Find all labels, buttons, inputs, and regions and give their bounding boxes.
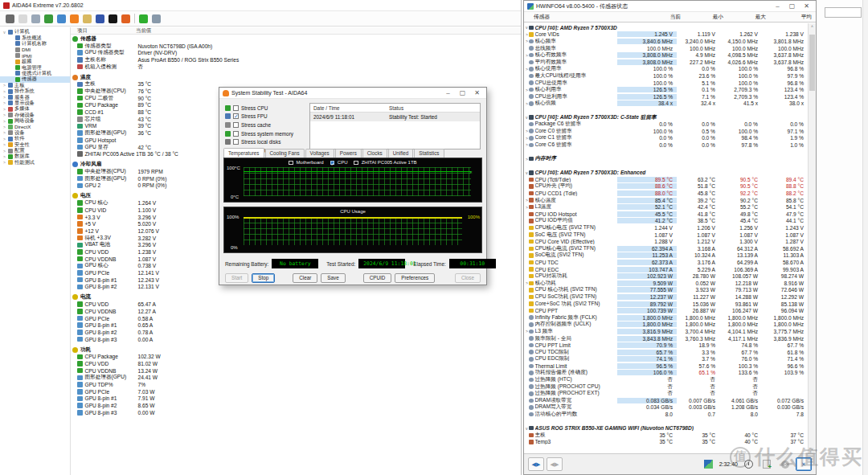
expand-arrow-icon[interactable]: > (2, 154, 6, 159)
sensor-reading-row[interactable]: >核心频率3,840.6 MHz3,240.0 MHz4,150.0 MHz3,… (524, 38, 808, 45)
aida64-column-header[interactable]: 项目 当前值 (71, 27, 521, 35)
sensor-reading-row[interactable]: >L3 频率3,816.9 MHz3,700.4 MHz4,104.1 MHz3… (524, 328, 808, 335)
col-sensor[interactable]: 传感器 (524, 14, 625, 21)
stress-checkbox[interactable] (233, 105, 239, 111)
sensor-section-header[interactable]: vASUS ROG STRIX B550-XE GAMING WIFI (Nuv… (524, 424, 808, 432)
close-icon[interactable]: ✕ (471, 88, 483, 98)
sidebar-item-21[interactable]: >数据库 (0, 154, 70, 159)
sensor-reading-row[interactable]: CPU总使用率100.0 %5.1 %100.0 %96.8 % (524, 80, 808, 87)
expand-arrow-icon[interactable]: > (2, 100, 6, 105)
sidebar-item-8[interactable]: 传感器 (0, 76, 70, 82)
sensor-section-header[interactable]: vCPU [#0]: AMD Ryzen 7 5700X3D: C-State … (524, 114, 808, 121)
sensor-reading-row[interactable]: CPU总利用率126.5 %7.1 %2,709.3 %123.4 % (524, 93, 808, 100)
tools-icon[interactable] (96, 14, 104, 23)
column-item[interactable]: 项目 (71, 27, 136, 35)
hwinfo-scrollbar[interactable]: ˄ ˅ (808, 23, 816, 453)
log-col-datetime[interactable]: Date / Time (310, 105, 389, 111)
sensor-reading-row[interactable]: CPU Core VID (Effective)1.288 V1.212 V1.… (524, 238, 808, 245)
sensor-section-header[interactable]: vCPU [#0]: AMD Ryzen 7 5700X3D (524, 24, 808, 31)
nav-arrows-disabled-button[interactable]: ◀▶ (547, 457, 563, 471)
sensor-reading-row[interactable]: >L3温度52.1 °C42.4 °C55.2 °C54.1 °C (524, 203, 808, 211)
log-col-status[interactable]: Status (389, 105, 480, 111)
sensor-reading-row[interactable]: >Core C1 驻留率0.0 %0.0 %98.4 %1.9 % (524, 135, 808, 142)
col-current[interactable]: 当前 (625, 14, 685, 21)
sensor-reading-row[interactable]: DRAM读取带宽0.083 GB/s0.007 GB/s4.061 GB/s0.… (524, 397, 808, 404)
sensor-reading-row[interactable]: 功耗报告偏差 (准确度)106.0 %65.1 %133.6 %103.9 % (524, 370, 808, 377)
sidebar-item-11[interactable]: >服务器 (0, 94, 70, 100)
sensor-reading-row[interactable]: 最大CPU/线程/使用率100.0 %23.6 %100.0 %97.9 % (524, 72, 808, 80)
sensor-row[interactable]: CPU VDDNB12.27 A (71, 308, 521, 315)
sensor-row[interactable]: GPU 8-pin #10.65 A (71, 321, 521, 329)
save-button[interactable]: Save (321, 273, 345, 283)
sidebar-item-19[interactable]: >安全性 (0, 141, 70, 147)
sidebar-item-4[interactable]: IPMI (0, 53, 70, 59)
col-min[interactable]: 最小 (685, 14, 727, 21)
sensor-reading-row[interactable]: Core+SoC 功耗 (SVI2 TFN)89.792 W15.036 W93… (524, 301, 808, 308)
maximize-icon[interactable]: ▢ (457, 88, 469, 98)
sensor-reading-row[interactable]: >核心倍频38.4 x32.4 x41.5 x38.0 x (524, 100, 808, 108)
disk-icon[interactable] (31, 14, 40, 23)
cpuid-button[interactable]: CPUID (363, 273, 392, 283)
expand-arrow-icon[interactable]: > (2, 160, 6, 165)
sensor-reading-row[interactable]: >Core C0 驻留率100.0 %0.5 %100.0 %97.1 % (524, 128, 808, 135)
sensor-reading-row[interactable]: >核心温度85.4 °C39.2 °C90.2 °C85.8 °C (524, 197, 808, 204)
sensor-reading-row[interactable]: SoC 电压 (SVI2 TFN)1.087 V1.087 V1.087 V1.… (524, 231, 808, 239)
sensor-reading-row[interactable]: CPU PPT100.739 W26.887 W106.247 W96.094 … (524, 307, 808, 314)
sensor-reading-row[interactable]: >核心使用率100.0 %0.0 %100.0 %96.8 % (524, 66, 808, 73)
sensor-row[interactable]: GPU 8-pin #17.91 W (71, 395, 521, 403)
expand-arrow-icon[interactable]: > (2, 107, 6, 112)
expand-arrow-icon[interactable]: > (2, 142, 6, 147)
settings-gear-icon[interactable] (777, 457, 793, 471)
sidebar-item-12[interactable]: >显示设备 (0, 100, 70, 106)
download-icon[interactable] (139, 14, 148, 23)
sensor-reading-row[interactable]: DRAM写入带宽0.034 GB/s0.003 GB/s1.208 GB/s0.… (524, 404, 808, 412)
sensor-row[interactable]: CPU Package102.32 W (71, 354, 521, 361)
hwinfo-column-header[interactable]: 传感器 当前 最小 最大 平均 (524, 12, 816, 23)
legend-checkbox[interactable] (354, 161, 358, 166)
sensor-reading-row[interactable]: >核心利用率126.5 %0.1 %2,709.3 %123.4 % (524, 86, 808, 93)
close-sensors-button[interactable]: ✕ (796, 457, 812, 471)
sensor-row[interactable]: GPU PCIe0.58 A (71, 315, 521, 322)
preferences-button[interactable]: Preferences (395, 273, 435, 283)
memory-icon[interactable] (44, 14, 53, 23)
sensor-reading-row[interactable]: CPU IOD Hotspot45.5 °C41.8 °C49.8 °C47.9… (524, 211, 808, 218)
scrollbar-thumb[interactable] (809, 35, 815, 91)
sensor-reading-row[interactable]: CPU TDC62.373 A3.176 A64.299 A58.670 A (524, 259, 808, 266)
sidebar-item-16[interactable]: >DirectX (0, 124, 70, 129)
sensor-reading-row[interactable]: CPU CCD1 (Tdie)88.0 °C45.8 °C92.2 °C88.2… (524, 190, 808, 197)
sensor-reading-row[interactable]: >核心有效频率3,808.0 MHz4.9 MHz4,098.5 MHz3,63… (524, 51, 808, 59)
sensor-reading-row[interactable]: CPU PPT Limit70.9 %18.9 %74.8 %67.7 % (524, 342, 808, 349)
sensor-reading-row[interactable]: CPU EDC103.747 A5.229 A106.369 A99.903 A (524, 266, 808, 273)
sensor-reading-row[interactable]: 过热降频 (HTC)否否否 (524, 376, 808, 383)
report-icon[interactable] (18, 14, 27, 23)
sidebar-item-14[interactable]: >存储设备 (0, 112, 70, 117)
sensor-reading-row[interactable]: CPU封装功耗102.923 W28.780 W108.057 W98.274 … (524, 272, 808, 280)
legend-item[interactable]: ✓ CPU (330, 160, 348, 165)
legend-item[interactable]: Motherboard (289, 160, 323, 165)
folder-icon[interactable] (83, 14, 92, 23)
tab-temperatures[interactable]: Temperatures (223, 148, 264, 158)
sensor-reading-row[interactable]: 活动核心的平均数8.00.78.07.8 (524, 411, 808, 418)
sidebar-item-3[interactable]: DMI (0, 47, 70, 52)
hwinfo-titlebar[interactable]: HWiNFO64 v8.00-5400 - 传感器状态 – ▢ ✕ (524, 1, 816, 12)
sidebar-item-15[interactable]: >网络设备 (0, 118, 70, 124)
sensor-row[interactable]: GPU PCIe7.03 W (71, 388, 521, 395)
sensor-reading-row[interactable]: Infinity Fabric 频率 (FCLK)1,800.0 MHz1,80… (524, 314, 808, 321)
sensor-row[interactable]: GPU 8-pin #30.00 A (71, 336, 521, 343)
sensor-reading-row[interactable]: Package C6 驻留率0.0 %0.0 %0.0 %0.0 % (524, 121, 808, 128)
sidebar-item-13[interactable]: >多媒体 (0, 106, 70, 112)
sidebar-item-22[interactable]: >性能测试 (0, 160, 70, 166)
sensor-reading-row[interactable]: >Core C6 驻留率0.0 %0.0 %97.8 %1.0 % (524, 141, 808, 149)
sensor-reading-row[interactable]: CPU核心电压 (SVI2 TFN)1.244 V1.206 V1.256 V1… (524, 224, 808, 231)
expand-arrow-icon[interactable]: > (2, 149, 6, 154)
sidebar-item-10[interactable]: >操作系统 (0, 88, 70, 94)
sensor-row[interactable]: 主板名称Asus ProArt B550 / ROG Strix B550 Se… (71, 56, 521, 63)
stress-checkbox[interactable]: ✓ (233, 113, 239, 119)
sst-titlebar[interactable]: System Stability Test - AIDA64 – ▢ ✕ (219, 88, 486, 99)
sensor-reading-row[interactable]: Thermal Limit96.5 %57.6 %100.3 %96.6 % (524, 362, 808, 370)
expand-arrow-icon[interactable]: > (2, 89, 6, 94)
logging-button[interactable] (759, 457, 775, 471)
sensor-section-header[interactable]: >内存时序 (524, 155, 808, 162)
sensor-row[interactable]: CPU VDD65.47 A (71, 301, 521, 308)
sensor-reading-row[interactable]: 平均有效频率3,808.0 MHz227.2 MHz4,026.6 MHz3,6… (524, 59, 808, 66)
